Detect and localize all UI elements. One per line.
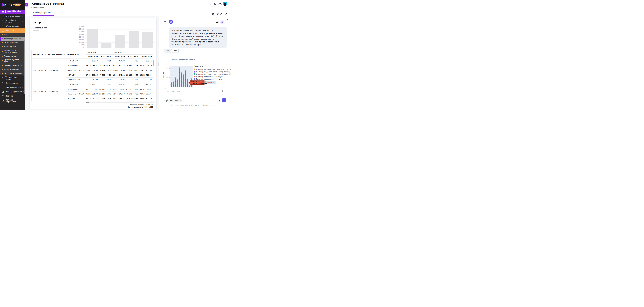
value-cell[interactable]: 675,53 xyxy=(86,59,99,63)
filter-sort-icon[interactable] xyxy=(64,54,65,55)
settings-gear-icon[interactable] xyxy=(212,13,215,16)
value-cell[interactable]: 27 039 360,06 xyxy=(86,73,99,78)
message-input[interactable] xyxy=(167,90,211,92)
sidebar-item-ml-vs-seasonality[interactable]: ML vs Seasonality xyxy=(0,68,25,72)
table-horizontal-scrollbar-thumb[interactable] xyxy=(86,102,89,103)
collapse-sidebar-button[interactable]: ‹ xyxy=(25,3,28,6)
column-header[interactable]: Клиент: оп... xyxy=(32,50,47,59)
value-cell[interactable]: 85 176 010,76 xyxy=(86,96,99,101)
refresh-icon[interactable] xyxy=(224,13,228,16)
sidebar-folder-dp-справочники[interactable]: DP Справочники xyxy=(0,14,25,18)
value-cell[interactable]: 25 798 941,80 xyxy=(140,63,153,68)
tab-consensus-forecast[interactable]: Консенсус Прогноз × xyxy=(33,12,56,14)
value-cell[interactable]: 25 130 336,77 xyxy=(126,73,140,78)
search-button[interactable]: Search xyxy=(168,99,179,102)
sidebar-folder-новинки[interactable]: Новинки xyxy=(0,94,25,98)
sidebar-item-dp-конвертация[interactable]: DP Конвертация xyxy=(0,41,25,45)
sidebar-folder-сегментация[interactable]: Сегментация xyxy=(0,81,25,85)
value-cell[interactable]: 88 902 820,30 xyxy=(140,96,153,101)
value-cell[interactable]: 23 928 540,05 xyxy=(99,96,113,101)
table-row[interactable]: Газпром ВостокPRDFAM100Fcst with BB675,5… xyxy=(32,59,153,63)
value-cell[interactable]: 22 845 062,83 xyxy=(86,68,99,73)
value-cell[interactable]: 95 791 559,47 xyxy=(86,87,99,92)
value-cell[interactable]: 716,18 xyxy=(126,82,140,87)
value-cell[interactable]: 713,99 xyxy=(86,78,99,82)
legend-item[interactable]: Пломбир ягодный в стаканчике (50 штук) xyxy=(194,70,231,73)
value-cell[interactable]: 215,13 xyxy=(99,82,113,87)
microphone-icon[interactable] xyxy=(219,99,220,102)
stacked-bar[interactable]: 50k22k xyxy=(177,80,178,87)
sidebar-scrollbar[interactable] xyxy=(24,40,25,94)
value-cell[interactable]: 89 636 098,07 xyxy=(126,87,140,92)
shield-icon[interactable] xyxy=(222,90,224,92)
stacked-bar[interactable]: 18k30k18k xyxy=(171,82,172,87)
value-cell[interactable]: 26 754 577,95 xyxy=(126,63,140,68)
value-cell[interactable]: 7 603 565,30 xyxy=(99,73,113,78)
sidebar-item-прогноз-с-учетом-промо[interactable]: Прогноз с учетом промо xyxy=(0,58,25,64)
value-cell[interactable]: 20 237 540,16 xyxy=(113,63,126,68)
legend-item[interactable]: Пломбир ягодный в стаканчике (100 штук) xyxy=(194,73,231,76)
value-cell[interactable]: 189,96 xyxy=(99,59,113,63)
stacked-bar[interactable]: 30k60k28k xyxy=(181,72,182,87)
value-cell[interactable]: 501,94 xyxy=(113,78,126,82)
undo-button[interactable] xyxy=(208,2,212,6)
value-cell[interactable]: 21 232 164,10 xyxy=(126,68,140,73)
tab-chart[interactable]: Chart xyxy=(171,49,179,52)
workspace-header[interactable]: Demand Planning Base xyxy=(0,10,25,14)
sidebar-folder-прогнозирование[interactable]: Прогнозирование xyxy=(0,90,25,94)
value-cell[interactable]: 70 672 347,32 xyxy=(126,92,140,96)
value-cell[interactable]: 20 473 780,95 xyxy=(140,68,153,73)
value-cell[interactable]: 75 525 536,08 xyxy=(86,92,99,96)
value-cell[interactable]: 6 424 113,57 xyxy=(99,68,113,73)
sidebar-folder-dp-ракурсы[interactable]: DP Ракурсы xyxy=(0,28,25,33)
sidebar-folder-dp-алгоритмы[interactable]: DP Алгоритмы xyxy=(0,24,25,28)
table-horizontal-scrollbar-track[interactable] xyxy=(86,102,154,103)
user-avatar[interactable] xyxy=(223,2,227,6)
sidebar-folder-dp-таблицы-фактов[interactable]: DP Таблицы фактов xyxy=(0,18,25,24)
value-cell[interactable]: 99 982 844,91 xyxy=(140,87,153,92)
sidebar-folder-demand-propagation[interactable]: Demand Propagation xyxy=(0,98,25,104)
sidebar-item-формирование-базовой-линии[interactable]: Формирование базовой линии xyxy=(0,49,25,54)
close-panel-icon[interactable]: × xyxy=(226,18,228,21)
legend-item[interactable]: Пломбир в стаканчике (100 штук) xyxy=(194,78,231,80)
value-cell[interactable]: 26 910 771,38 xyxy=(99,87,113,92)
filter-funnel-icon[interactable] xyxy=(216,13,220,16)
pin-icon[interactable] xyxy=(52,12,53,14)
value-cell[interactable]: 53 043 642,57 xyxy=(113,92,126,96)
value-cell[interactable]: 16 060 307,69 xyxy=(113,68,126,73)
sidebar-item-dp-прогноз-на-лагах[interactable]: DP Прогноз на лагах xyxy=(0,72,25,76)
value-cell[interactable]: 605,41 xyxy=(140,59,153,63)
stacked-bar[interactable]: 22.169k22k xyxy=(189,85,190,87)
value-cell[interactable]: 28 786 986,27 xyxy=(86,63,99,68)
sidebar-item-aop[interactable]: AOP xyxy=(0,33,25,37)
value-cell[interactable]: 474,90 xyxy=(113,59,126,63)
value-cell[interactable]: 627,83 xyxy=(126,59,140,63)
legend-item[interactable]: Пломбир в стаканчике (50 штук) xyxy=(194,76,231,78)
tab-data[interactable]: Data xyxy=(164,49,171,52)
value-cell[interactable]: 8 095 003,87 xyxy=(99,63,113,68)
stacked-bar[interactable]: 35k70k35k xyxy=(179,67,180,87)
value-cell[interactable]: 78 830 097,35 xyxy=(140,92,153,96)
attachment-paperclip-icon[interactable] xyxy=(166,99,168,102)
table-row[interactable]: Газпром ВостокPRDFAM200Fcst with BB765,7… xyxy=(32,82,153,87)
sidebar-item-прогноз-с-учетом-вв[interactable]: Прогноз с учетом ВВ xyxy=(0,64,25,68)
sidebar-item-консенсус-прогноз[interactable]: Консенсус Прогноз xyxy=(0,37,25,41)
table-vertical-scrollbar[interactable] xyxy=(153,60,154,66)
cloud-download-icon[interactable] xyxy=(220,13,224,16)
value-cell[interactable]: 1 170,31 xyxy=(140,82,153,87)
sidebar-item-marketing-plan[interactable]: Marketing Plan xyxy=(0,45,25,49)
assistant-menu-icon[interactable] xyxy=(164,20,166,22)
column-header[interactable]: Показатель xyxy=(66,50,86,59)
value-cell[interactable]: 21 217 427,47 xyxy=(99,92,113,96)
value-cell[interactable]: 200,78 xyxy=(99,78,113,82)
value-cell[interactable]: 537,82 xyxy=(113,82,126,87)
user-menu-button[interactable] xyxy=(220,20,226,24)
stacked-bar[interactable]: 22k44k20k xyxy=(187,79,188,87)
value-cell[interactable]: 59 821 433,87 xyxy=(113,96,126,101)
tab-close-icon[interactable]: × xyxy=(54,12,56,14)
more-options-icon[interactable]: ••• xyxy=(179,99,183,102)
stacked-bar[interactable]: 28k55k26k xyxy=(183,74,184,87)
sidebar-folder-методы-очистки[interactable]: Методы очистки xyxy=(0,85,25,90)
bot-button[interactable] xyxy=(218,2,222,6)
stacked-bar[interactable]: 60k22k xyxy=(175,77,176,87)
